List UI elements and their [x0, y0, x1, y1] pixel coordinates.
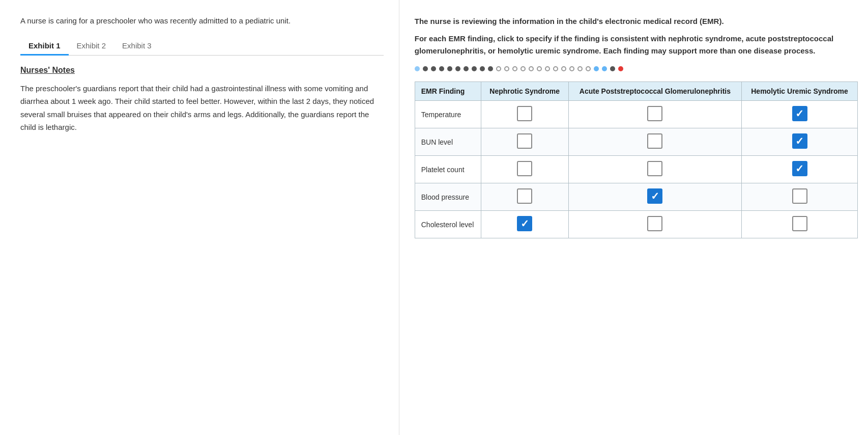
dot-3 — [431, 66, 436, 71]
dot-14 — [520, 66, 526, 71]
right-panel: The nurse is reviewing the information i… — [399, 0, 868, 435]
dot-21 — [577, 66, 583, 71]
checkbox-nephrotic-row1[interactable] — [481, 128, 568, 156]
checkbox-hemolytic-row4[interactable] — [742, 211, 858, 238]
checkbox-hemolytic-row0[interactable] — [742, 101, 858, 128]
checkbox-acute-row0[interactable] — [568, 101, 741, 128]
notes-body: The preschooler's guardians report that … — [20, 82, 384, 134]
emr-finding-label: Temperature — [415, 101, 481, 128]
tabs-container: Exhibit 1 Exhibit 2 Exhibit 3 — [20, 37, 384, 56]
emr-table: EMR Finding Nephrotic Syndrome Acute Pos… — [415, 81, 858, 238]
emr-finding-label: Blood pressure — [415, 183, 481, 211]
checkbox-nephrotic-row3[interactable] — [481, 183, 568, 211]
dot-13 — [512, 66, 517, 71]
left-panel: A nurse is caring for a preschooler who … — [0, 0, 399, 435]
col-header-nephrotic: Nephrotic Syndrome — [481, 82, 568, 101]
table-row: Temperature — [415, 101, 857, 128]
dot-9 — [480, 66, 485, 71]
checkbox-acute-row4[interactable] — [568, 211, 741, 238]
dot-11 — [496, 66, 501, 71]
tab-exhibit3[interactable]: Exhibit 3 — [114, 37, 160, 56]
dot-25 — [610, 66, 615, 71]
dot-6 — [455, 66, 460, 71]
instruction-line2: For each EMR finding, click to specify i… — [415, 33, 858, 57]
dot-24 — [602, 66, 607, 71]
checkbox-hemolytic-row0-input[interactable] — [792, 106, 807, 121]
checkbox-acute-row1[interactable] — [568, 128, 741, 156]
checkbox-nephrotic-row0[interactable] — [481, 101, 568, 128]
col-header-acute: Acute Poststreptococcal Glomerulonephrit… — [568, 82, 741, 101]
progress-dots — [415, 64, 858, 73]
emr-finding-label: BUN level — [415, 128, 481, 156]
checkbox-nephrotic-row2-input[interactable] — [517, 161, 532, 176]
checkbox-hemolytic-row2[interactable] — [742, 156, 858, 183]
table-row: Blood pressure — [415, 183, 857, 211]
dot-16 — [537, 66, 542, 71]
dot-2 — [423, 66, 428, 71]
dot-12 — [504, 66, 509, 71]
dot-18 — [553, 66, 558, 71]
checkbox-hemolytic-row2-input[interactable] — [792, 161, 807, 176]
dot-1 — [415, 66, 420, 71]
dot-7 — [464, 66, 469, 71]
table-row: Cholesterol level — [415, 211, 857, 238]
checkbox-hemolytic-row1-input[interactable] — [792, 133, 807, 149]
checkbox-nephrotic-row1-input[interactable] — [517, 133, 532, 149]
checkbox-nephrotic-row4-input[interactable] — [517, 216, 532, 231]
checkbox-acute-row2-input[interactable] — [647, 161, 662, 176]
instructions: The nurse is reviewing the information i… — [415, 15, 858, 57]
dot-22 — [586, 66, 591, 71]
col-header-hemolytic: Hemolytic Uremic Syndrome — [742, 82, 858, 101]
dot-4 — [439, 66, 444, 71]
dot-19 — [561, 66, 566, 71]
checkbox-nephrotic-row2[interactable] — [481, 156, 568, 183]
col-header-emr: EMR Finding — [415, 82, 481, 101]
checkbox-acute-row3-input[interactable] — [647, 188, 662, 204]
notes-title: Nurses' Notes — [20, 66, 384, 75]
checkbox-nephrotic-row3-input[interactable] — [517, 188, 532, 204]
dot-20 — [569, 66, 574, 71]
dot-17 — [545, 66, 550, 71]
dot-10 — [488, 66, 493, 71]
checkbox-nephrotic-row4[interactable] — [481, 211, 568, 238]
emr-finding-label: Cholesterol level — [415, 211, 481, 238]
checkbox-hemolytic-row3[interactable] — [742, 183, 858, 211]
checkbox-acute-row1-input[interactable] — [647, 133, 662, 149]
dot-15 — [529, 66, 534, 71]
tab-exhibit2[interactable]: Exhibit 2 — [69, 37, 114, 56]
scenario-text: A nurse is caring for a preschooler who … — [20, 15, 384, 27]
checkbox-acute-row2[interactable] — [568, 156, 741, 183]
checkbox-acute-row3[interactable] — [568, 183, 741, 211]
checkbox-acute-row4-input[interactable] — [647, 216, 662, 231]
dot-26 — [618, 66, 623, 71]
instruction-line1: The nurse is reviewing the information i… — [415, 15, 858, 28]
dot-8 — [472, 66, 477, 71]
table-row: BUN level — [415, 128, 857, 156]
table-row: Platelet count — [415, 156, 857, 183]
emr-finding-label: Platelet count — [415, 156, 481, 183]
dot-23 — [594, 66, 599, 71]
checkbox-hemolytic-row3-input[interactable] — [792, 188, 807, 204]
checkbox-acute-row0-input[interactable] — [647, 106, 662, 121]
checkbox-hemolytic-row1[interactable] — [742, 128, 858, 156]
checkbox-hemolytic-row4-input[interactable] — [792, 216, 807, 231]
tab-exhibit1[interactable]: Exhibit 1 — [20, 37, 69, 56]
dot-5 — [447, 66, 452, 71]
checkbox-nephrotic-row0-input[interactable] — [517, 106, 532, 121]
